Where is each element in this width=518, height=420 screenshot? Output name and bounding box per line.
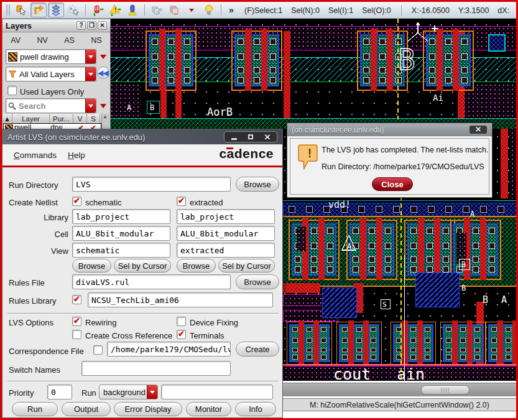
lvs-options-label: LVS Options — [9, 318, 53, 327]
visible-column-header[interactable]: V — [73, 114, 87, 123]
layer-filter-value: All Valid Layers — [19, 70, 83, 79]
layers-restore-button[interactable]: ❐ — [87, 21, 96, 30]
rewiring-label: Rewiring — [85, 318, 117, 327]
selectable-column-header[interactable]: S — [87, 114, 100, 123]
run-directory-browse-button[interactable]: Browse — [236, 177, 279, 192]
popup-titlebar[interactable]: (on csimcluster.ee.unlv.edu) ✕ — [287, 123, 492, 136]
command-status-text: M: hiZoomRelativeScale(hiGetCurrentWindo… — [310, 401, 489, 409]
output-button[interactable]: Output — [62, 402, 111, 416]
net-label-vdd: vdd! — [328, 199, 351, 210]
view-extracted-field[interactable]: extracted — [177, 243, 275, 258]
search-dropdown-button[interactable] — [85, 99, 96, 113]
run-button[interactable]: Run — [12, 402, 58, 416]
dropdown-arrow-button[interactable] — [183, 2, 200, 17]
popup-close-button[interactable]: Close — [372, 177, 413, 191]
run-mode-dropdown[interactable]: background — [99, 385, 158, 399]
route-tool-button[interactable] — [30, 2, 47, 17]
probe-button[interactable] — [124, 2, 141, 17]
layers-panel-titlebar[interactable]: Layers ? ❐ ✕ — [2, 19, 110, 32]
none-visible-button[interactable]: NV — [37, 36, 47, 45]
create-cross-reference-checkbox[interactable] — [72, 330, 81, 339]
layer-filter-combo[interactable]: All Valid Layers — [6, 67, 96, 82]
rules-file-field[interactable]: divaLVS.rul — [72, 274, 231, 289]
info-button[interactable]: Info — [235, 402, 276, 416]
maximize-button[interactable] — [243, 133, 258, 141]
lasso-select-button[interactable] — [65, 2, 81, 17]
run-mode-dropdown-button[interactable] — [147, 385, 157, 399]
check-job-button[interactable]: ! — [107, 2, 123, 17]
toolbar-overflow-chevron[interactable]: » — [229, 5, 234, 15]
none-selectable-button[interactable]: NS — [91, 36, 101, 45]
select-tool-button[interactable] — [13, 2, 29, 17]
cell-label: Cell — [9, 230, 68, 239]
correspondence-create-button[interactable]: Create — [236, 342, 279, 357]
all-selectable-button[interactable]: AS — [64, 36, 75, 45]
lvs-titlebar[interactable]: Artist LVS (on csimcluster.ee.unlv.edu) … — [2, 129, 282, 144]
popup-title-text: (on csimcluster.ee.unlv.edu) — [292, 126, 384, 134]
cell-schematic-field[interactable]: ALU_8bit_modular — [72, 226, 170, 241]
layers-panel: Layers ? ❐ ✕ AV NV AS NS pwell drawing A… — [2, 19, 111, 133]
search-menu-arrow[interactable] — [100, 104, 106, 108]
schematic-sel-by-cursor-button[interactable]: Sel by Cursor — [114, 259, 171, 273]
error-display-button[interactable]: Error Display — [114, 402, 182, 416]
all-visible-button[interactable]: AV — [11, 36, 21, 45]
switch-names-field[interactable] — [81, 361, 231, 376]
layers-help-button[interactable]: ? — [76, 21, 86, 30]
layers-close-button[interactable]: ✕ — [98, 21, 107, 30]
active-layer-combo[interactable]: pwell drawing — [6, 49, 96, 64]
rules-library-field[interactable]: NCSU_TechLib_ami06 — [88, 292, 273, 307]
schematic-label: schematic — [85, 198, 122, 207]
correspondence-file-field[interactable]: /home/parke179/CMOSedu/lvs_c — [107, 342, 231, 357]
terminals-checkbox[interactable] — [177, 330, 186, 339]
minimize-button[interactable] — [226, 133, 241, 141]
rules-file-browse-button[interactable]: Browse — [236, 274, 279, 289]
run-host-field[interactable] — [161, 385, 273, 399]
net-label-a2: A — [470, 210, 475, 218]
main-toolbar: ! » (F)Select:1 Sel(N):0 Sel(I):1 Sel(O)… — [2, 2, 516, 19]
stop-job-button[interactable] — [90, 2, 106, 17]
monitor-button[interactable]: Monitor — [186, 402, 231, 416]
view-schematic-field[interactable]: schematic — [72, 243, 170, 258]
rules-library-checkbox[interactable] — [72, 295, 81, 304]
scrollbar-thumb[interactable] — [421, 385, 469, 394]
toolbar-grip[interactable] — [6, 4, 10, 16]
purpose-column-header[interactable]: Pur... — [50, 114, 73, 123]
cell-extracted-field[interactable]: ALU_8bit_modular — [177, 226, 275, 241]
library-extracted-field[interactable]: lab_project — [177, 209, 275, 224]
hint-button[interactable] — [201, 2, 217, 17]
used-layers-only-checkbox[interactable] — [7, 86, 17, 95]
popup-close-x-button[interactable]: ✕ — [469, 125, 488, 134]
sort-column-header[interactable]: ▲ — [2, 114, 12, 123]
device-fixing-checkbox[interactable] — [177, 317, 186, 326]
schematic-checkbox[interactable] — [72, 197, 81, 206]
active-layer-dropdown-button[interactable] — [85, 50, 96, 63]
close-button[interactable]: ✕ — [260, 133, 275, 141]
run-directory-field[interactable]: LVS — [72, 177, 231, 192]
hierarchy-tool-button[interactable] — [48, 2, 64, 17]
create-cross-reference-label: Create Cross Reference — [85, 331, 172, 340]
priority-field[interactable]: 0 — [47, 385, 72, 399]
extracted-checkbox[interactable] — [177, 197, 186, 206]
help-menu[interactable]: Help — [68, 151, 85, 160]
net-label-b4: B — [483, 294, 488, 306]
correspondence-file-checkbox[interactable] — [93, 345, 103, 355]
net-label-b2: B — [461, 260, 466, 269]
collapse-panel-button[interactable]: ◀◀ — [97, 67, 109, 79]
lvs-menubar: Commands Help cadence — [2, 144, 282, 166]
horizontal-scrollbar[interactable] — [283, 383, 516, 396]
cadence-logo: cadence — [219, 146, 274, 161]
layer-search-box[interactable]: Search — [6, 98, 96, 113]
layer-filter-dropdown-button[interactable] — [85, 67, 96, 81]
schematic-browse-button[interactable]: Browse — [72, 259, 111, 273]
layer-column-header[interactable]: Layer — [12, 114, 50, 123]
extracted-sel-by-cursor-button[interactable]: Sel by Cursor — [218, 259, 275, 273]
device-fixing-label: Device Fixing — [190, 318, 238, 327]
commands-menu[interactable]: Commands — [14, 151, 57, 160]
library-schematic-field[interactable]: lab_project — [72, 209, 170, 224]
active-layer-menu-arrow[interactable] — [100, 55, 106, 59]
svg-text:!: ! — [114, 7, 117, 13]
rewiring-checkbox[interactable] — [72, 317, 81, 326]
rules-file-label: Rules File — [9, 278, 45, 287]
warning-triangle-icon: ! — [109, 4, 121, 16]
extracted-browse-button[interactable]: Browse — [177, 259, 216, 273]
